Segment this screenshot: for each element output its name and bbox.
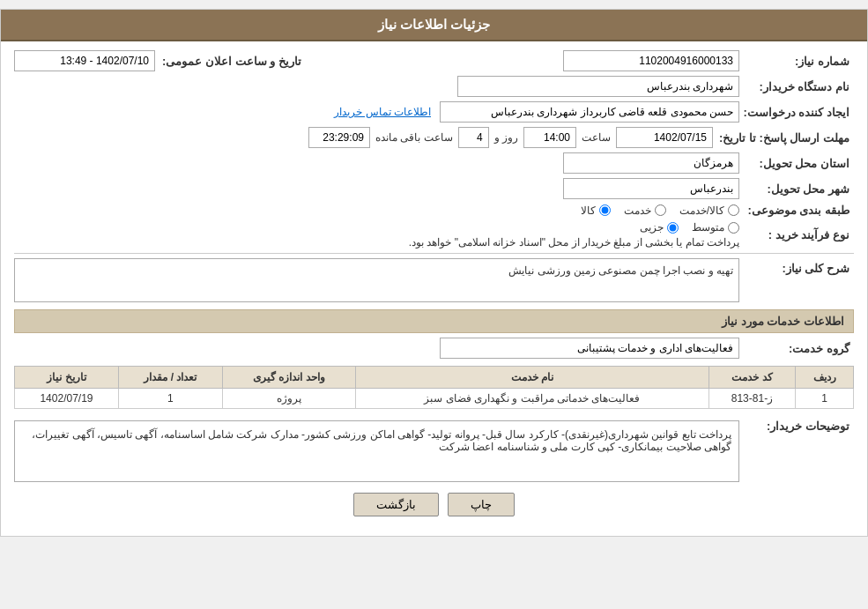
page-container: جزئیات اطلاعات نیاز شماره نیاز: تاریخ و …: [0, 9, 868, 537]
tabaqe-label: طبقه بندی موضوعی:: [739, 204, 854, 217]
notes-text: پرداخت تابع قوانین شهرداری(غیرنقدی)- کار…: [32, 428, 731, 453]
niaz-row: شماره نیاز: تاریخ و ساعت اعلان عمومی:: [14, 50, 854, 71]
group-value-col: [14, 338, 739, 359]
notes-label: توضیحات خریدار:: [739, 416, 854, 433]
cell-name: فعالیت‌های خدماتی مراقبت و نگهداری فضای …: [355, 389, 708, 409]
cell-kod: ز-81-813: [708, 389, 796, 409]
shahr-input[interactable]: [563, 178, 739, 199]
sharh-text: تهیه و نصب اجرا چمن مصنوعی زمین ورزشی نی…: [508, 264, 733, 277]
group-label: گروه خدمت:: [739, 342, 854, 355]
time-input[interactable]: [523, 127, 576, 148]
tabaqe-row: طبقه بندی موضوعی: کالا/خدمت خدمت کالا: [14, 204, 854, 217]
notes-box: پرداخت تابع قوانین شهرداری(غیرنقدی)- کار…: [14, 420, 739, 482]
shahr-value-col: [14, 178, 739, 199]
remaining-input[interactable]: [308, 127, 370, 148]
table-row: 1 ز-81-813 فعالیت‌های خدماتی مراقبت و نگ…: [15, 389, 854, 409]
col-tedad: تعداد / مقدار: [118, 367, 222, 389]
notes-row: توضیحات خریدار: پرداخت تابع قوانین شهردا…: [14, 416, 854, 482]
button-row: چاپ بازگشت: [14, 493, 854, 516]
mohlet-row: مهلت ارسال پاسخ: تا تاریخ: ساعت روز و سا…: [14, 127, 854, 148]
radio-kala-khadamat[interactable]: [728, 204, 739, 216]
nooe-radio-group: متوسط جزیی: [14, 221, 739, 234]
nooe-row: نوع فرآیند خرید : متوسط جزیی پرداخت تمام…: [14, 221, 854, 249]
sharh-row: شرح کلی نیاز: تهیه و نصب اجرا چمن مصنوعی…: [14, 258, 854, 302]
creator-link[interactable]: اطلاعات تماس خریدار: [334, 106, 431, 118]
group-row: گروه خدمت:: [14, 338, 854, 359]
announce-group: تاریخ و ساعت اعلان عمومی:: [14, 50, 377, 71]
col-radif: ردیف: [796, 367, 854, 389]
radio-khadamat[interactable]: [655, 204, 666, 216]
cell-tedad: 1: [118, 389, 222, 409]
ostan-input[interactable]: [563, 152, 739, 174]
main-content: شماره نیاز: تاریخ و ساعت اعلان عمومی: نا…: [1, 41, 867, 536]
table-section: ردیف کد خدمت نام خدمت واحد اندازه گیری ت…: [14, 366, 854, 409]
time-label: ساعت: [582, 131, 611, 144]
ostan-value-col: [14, 152, 739, 174]
cell-tarikh: 1402/07/19: [15, 389, 119, 409]
announce-label: تاریخ و ساعت اعلان عمومی:: [162, 55, 301, 68]
cell-radif: 1: [796, 389, 854, 409]
tabaqe-options: کالا/خدمت خدمت کالا: [14, 204, 739, 217]
col-kod: کد خدمت: [708, 367, 796, 389]
radio-jozii-item[interactable]: جزیی: [640, 221, 679, 234]
mohlet-date-input[interactable]: [616, 127, 713, 148]
group-input[interactable]: [440, 338, 739, 359]
niaz-value-col: [377, 50, 740, 71]
services-table: ردیف کد خدمت نام خدمت واحد اندازه گیری ت…: [14, 366, 854, 409]
print-button[interactable]: چاپ: [448, 493, 515, 516]
nooe-options: متوسط جزیی پرداخت تمام یا بخشی از مبلغ خ…: [14, 221, 739, 249]
radio-jozii[interactable]: [667, 222, 679, 234]
radio-khadamat-item[interactable]: خدمت: [624, 204, 666, 217]
dastgah-label: نام دستگاه خریدار:: [739, 80, 854, 93]
page-header: جزئیات اطلاعات نیاز: [1, 10, 867, 41]
back-button[interactable]: بازگشت: [353, 493, 439, 516]
roz-label: روز و: [494, 131, 518, 144]
radio-motevaset-item[interactable]: متوسط: [692, 221, 739, 234]
shahr-label: شهر محل تحویل:: [739, 182, 854, 196]
col-tarikh: تاریخ نیاز: [15, 367, 119, 389]
radio-kala[interactable]: [599, 204, 611, 216]
khadamat-header: اطلاعات خدمات مورد نیاز: [14, 309, 854, 333]
divider-1: [14, 253, 854, 254]
mohlet-value-col: ساعت روز و ساعت باقی مانده: [14, 127, 713, 148]
ostan-label: استان محل تحویل:: [739, 157, 854, 170]
sharh-box: تهیه و نصب اجرا چمن مصنوعی زمین ورزشی نی…: [14, 258, 739, 302]
mohlet-label: مهلت ارسال پاسخ: تا تاریخ:: [713, 131, 854, 145]
shahr-row: شهر محل تحویل:: [14, 178, 854, 199]
dastgah-row: نام دستگاه خریدار:: [14, 76, 854, 97]
creator-row: ایجاد کننده درخواست: اطلاعات تماس خریدار: [14, 101, 854, 123]
sharh-value-col: تهیه و نصب اجرا چمن مصنوعی زمین ورزشی نی…: [14, 258, 739, 302]
ostan-row: استان محل تحویل:: [14, 152, 854, 174]
dastgah-input[interactable]: [457, 76, 739, 97]
announce-input[interactable]: [14, 50, 155, 71]
radio-kala-item[interactable]: کالا: [581, 204, 611, 217]
creator-label: ایجاد کننده درخواست:: [739, 106, 854, 119]
cell-vahed: پروژه: [222, 389, 355, 409]
nooe-note: پرداخت تمام یا بخشی از مبلغ خریدار از مح…: [14, 236, 739, 249]
creator-input[interactable]: [440, 101, 739, 123]
dastgah-value-col: [14, 76, 739, 97]
nooe-label: نوع فرآیند خرید :: [739, 228, 854, 241]
creator-value-col: اطلاعات تماس خریدار: [14, 101, 739, 123]
radio-motevaset[interactable]: [728, 222, 739, 234]
table-header-row: ردیف کد خدمت نام خدمت واحد اندازه گیری ت…: [15, 367, 854, 389]
niaz-label: شماره نیاز:: [739, 55, 854, 68]
page-title: جزئیات اطلاعات نیاز: [378, 17, 490, 32]
roz-input[interactable]: [458, 127, 489, 148]
sharh-label: شرح کلی نیاز:: [739, 258, 854, 275]
radio-kala-khadamat-item[interactable]: کالا/خدمت: [679, 204, 739, 217]
col-vahed: واحد اندازه گیری: [222, 367, 355, 389]
notes-value-col: پرداخت تابع قوانین شهرداری(غیرنقدی)- کار…: [14, 416, 739, 482]
col-name: نام خدمت: [355, 367, 708, 389]
niaz-input[interactable]: [563, 50, 739, 71]
remaining-label: ساعت باقی مانده: [375, 131, 453, 144]
